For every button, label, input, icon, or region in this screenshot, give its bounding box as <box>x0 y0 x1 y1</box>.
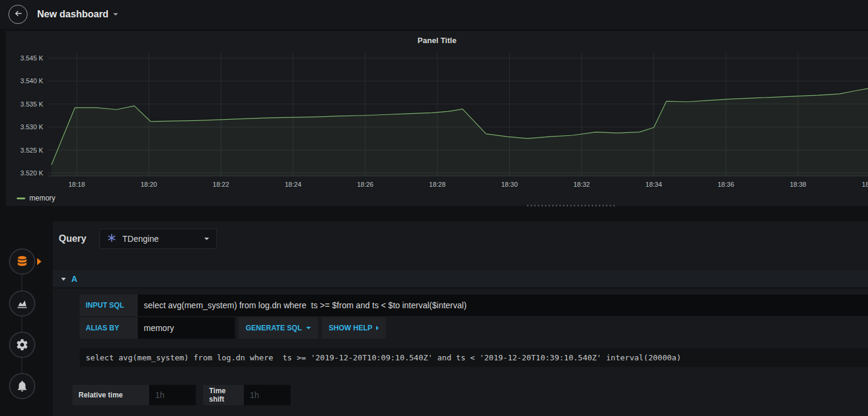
time-shift-field[interactable] <box>244 385 291 405</box>
panel-title[interactable]: Panel Title <box>6 36 868 45</box>
query-row-body: INPUT SQL ALIAS BY GENERATE SQL SHOW HEL… <box>80 294 868 367</box>
time-shift-label: Time shift <box>203 385 244 405</box>
arrow-left-icon <box>13 8 23 20</box>
svg-text:3.540 K: 3.540 K <box>20 77 44 84</box>
relative-time-field[interactable] <box>149 385 196 405</box>
chevron-down-icon <box>204 238 209 240</box>
generate-sql-button[interactable]: GENERATE SQL <box>238 317 318 339</box>
alias-by-label: ALIAS BY <box>80 317 138 339</box>
legend-series-label[interactable]: memory <box>29 194 55 202</box>
svg-text:18:30: 18:30 <box>501 181 518 188</box>
active-tab-arrow-icon <box>37 258 41 265</box>
chevron-down-icon <box>306 327 311 329</box>
tab-queries[interactable] <box>9 248 35 275</box>
tab-alert[interactable] <box>9 373 35 399</box>
bell-icon <box>16 379 29 393</box>
panel-editor: Query TDengine <box>0 214 868 416</box>
tab-general[interactable] <box>9 332 35 358</box>
panel-scroll-handle[interactable] <box>527 205 616 207</box>
relative-time-label: Relative time <box>72 385 149 405</box>
grafana-app: New dashboard Panel Title 3.520 K3.525 K… <box>0 0 868 416</box>
svg-text:18:32: 18:32 <box>573 181 590 188</box>
svg-text:18:34: 18:34 <box>646 181 663 188</box>
graph-icon <box>16 297 29 310</box>
svg-text:18:20: 18:20 <box>141 181 158 188</box>
database-icon <box>16 255 29 268</box>
generate-sql-label: GENERATE SQL <box>246 324 302 332</box>
svg-text:3.525 K: 3.525 K <box>20 147 44 154</box>
input-sql-row: INPUT SQL <box>80 294 868 316</box>
back-button[interactable] <box>8 5 28 24</box>
query-editor-header: Query TDengine <box>53 221 868 249</box>
svg-text:18:36: 18:36 <box>718 181 734 188</box>
gear-icon <box>16 338 29 351</box>
chevron-right-icon <box>376 326 379 330</box>
collapse-icon <box>61 278 66 281</box>
query-row-header[interactable]: A <box>53 271 868 289</box>
svg-text:3.530 K: 3.530 K <box>20 123 44 130</box>
svg-text:18:22: 18:22 <box>213 181 229 188</box>
dashboard-title-dropdown[interactable]: New dashboard <box>37 9 118 20</box>
svg-text:18:40: 18:40 <box>862 181 868 188</box>
time-options-row: Relative time Time shift <box>72 385 868 405</box>
svg-text:18:28: 18:28 <box>429 181 446 188</box>
show-help-label: SHOW HELP <box>329 324 373 332</box>
time-series-chart[interactable]: 3.520 K3.525 K3.530 K3.535 K3.540 K3.545… <box>6 53 868 193</box>
alias-by-field[interactable] <box>138 317 235 339</box>
svg-text:3.545 K: 3.545 K <box>20 54 44 62</box>
svg-text:3.520 K: 3.520 K <box>20 169 44 177</box>
chevron-down-icon <box>113 13 118 16</box>
tdengine-logo-icon <box>107 233 116 245</box>
query-editor: Query TDengine <box>53 221 868 416</box>
tab-visualization[interactable] <box>9 290 35 317</box>
svg-text:18:18: 18:18 <box>68 181 85 188</box>
graph-panel: Panel Title 3.520 K3.525 K3.530 K3.535 K… <box>6 31 868 206</box>
show-help-button[interactable]: SHOW HELP <box>322 317 386 339</box>
chart-legend: memory <box>17 194 55 202</box>
input-sql-label: INPUT SQL <box>80 294 138 316</box>
input-sql-field[interactable] <box>138 294 868 316</box>
dashboard-title: New dashboard <box>37 9 108 20</box>
svg-text:18:24: 18:24 <box>285 181 301 188</box>
editor-tab-bar <box>0 214 53 416</box>
legend-color-swatch <box>17 198 25 199</box>
tab-connector-line <box>22 262 22 386</box>
query-ref-id: A <box>71 274 77 284</box>
alias-by-row: ALIAS BY GENERATE SQL SHOW HELP <box>80 317 868 339</box>
top-navbar: New dashboard <box>0 0 868 29</box>
datasource-picker[interactable]: TDengine <box>99 229 217 249</box>
svg-text:18:26: 18:26 <box>357 181 374 188</box>
generated-sql-preview: select avg(mem_system) from log.dn where… <box>80 348 868 367</box>
svg-text:18:38: 18:38 <box>790 181 806 188</box>
query-section-title: Query <box>59 233 86 244</box>
svg-text:3.535 K: 3.535 K <box>20 101 44 108</box>
datasource-name: TDengine <box>122 234 159 244</box>
